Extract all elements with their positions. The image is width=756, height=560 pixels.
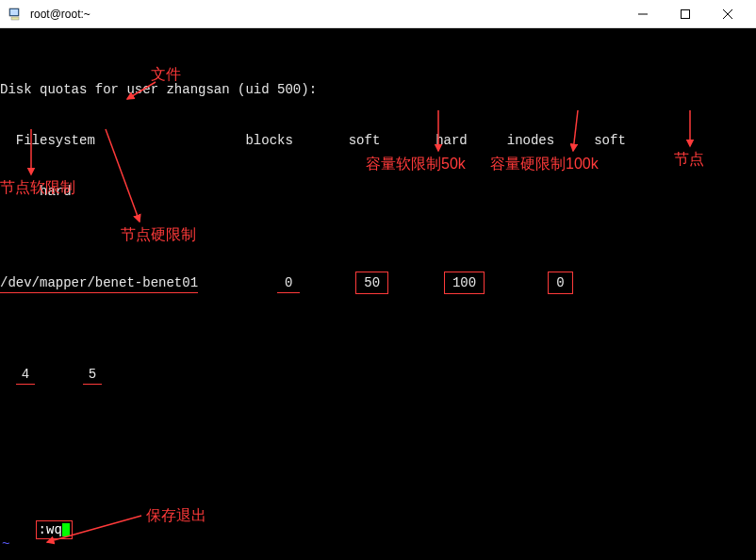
vim-cmd-box: :wq <box>36 520 73 539</box>
window-title: root@root:~ <box>30 8 621 21</box>
anno-save-exit: 保存退出 <box>146 507 206 524</box>
hdr-filesystem: Filesystem <box>16 133 95 148</box>
maximize-button[interactable] <box>664 0 706 28</box>
anno-file: 文件 <box>151 66 181 83</box>
anno-node: 节点 <box>674 151 704 168</box>
vim-status-line: :wq <box>4 503 73 556</box>
val-inodes: 0 <box>548 272 572 294</box>
hdr-soft2: soft <box>594 133 626 148</box>
window-titlebar: root@root:~ <box>0 0 756 28</box>
vim-tilde: ~ <box>0 535 756 552</box>
val-hard-node: 5 <box>83 367 102 385</box>
anno-node-hard: 节点硬限制 <box>121 226 196 243</box>
anno-soft-cap: 容量软限制50k <box>366 156 466 173</box>
minimize-button[interactable] <box>621 0 664 28</box>
svg-rect-1 <box>10 9 18 15</box>
terminal-area[interactable]: Disk quotas for user zhangsan (uid 500):… <box>0 28 756 560</box>
svg-rect-4 <box>681 9 689 18</box>
close-button[interactable] <box>706 0 748 28</box>
quota-header-line: Disk quotas for user zhangsan (uid 500): <box>0 81 756 98</box>
val-soft: 50 <box>355 272 388 294</box>
anno-hard-cap: 容量硬限制100k <box>490 156 599 173</box>
cursor <box>62 523 70 536</box>
hdr-blocks: blocks <box>245 133 292 148</box>
hdr-inodes: inodes <box>507 133 554 148</box>
val-blocks: 0 <box>277 275 300 293</box>
hdr-soft: soft <box>349 133 381 148</box>
data-row-2: 4 5 <box>0 366 756 383</box>
svg-rect-2 <box>11 17 19 20</box>
val-soft-node: 4 <box>16 367 35 385</box>
hdr-hard: hard <box>436 133 468 148</box>
val-filesystem: /dev/mapper/benet-benet01 <box>0 275 198 293</box>
column-headers: Filesystem blocks soft hard inodes soft <box>0 132 756 149</box>
val-hard: 100 <box>444 272 485 294</box>
column-headers-line2: hard <box>0 183 756 200</box>
window-controls <box>621 0 748 28</box>
putty-icon <box>8 7 23 22</box>
anno-node-soft: 节点软限制 <box>0 179 75 196</box>
data-row: /dev/mapper/benet-benet01 0 50 100 0 <box>0 272 756 294</box>
vim-cmd: :wq <box>39 521 62 538</box>
